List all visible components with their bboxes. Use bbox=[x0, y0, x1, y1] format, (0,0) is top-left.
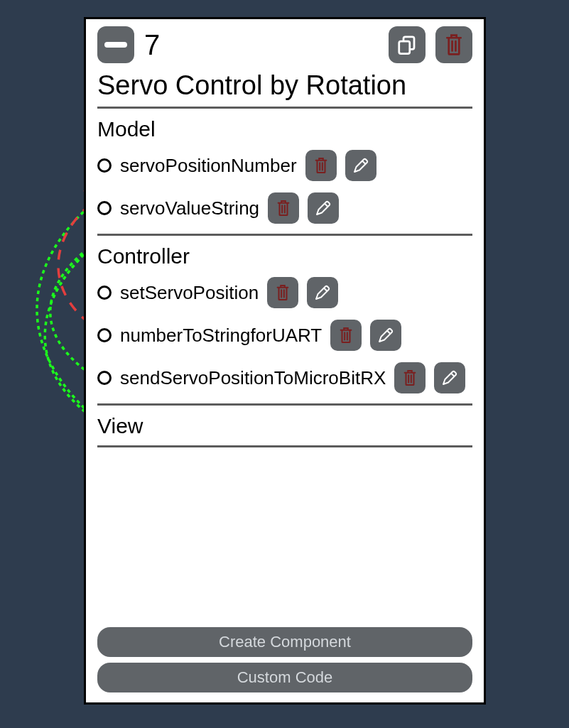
trash-icon bbox=[338, 326, 354, 344]
trash-icon bbox=[443, 33, 465, 57]
collapse-button[interactable] bbox=[97, 26, 134, 63]
pencil-icon bbox=[377, 327, 394, 344]
create-component-button[interactable]: Create Component bbox=[97, 627, 472, 657]
row-label: servoPositionNumber bbox=[120, 155, 297, 177]
delete-panel-button[interactable] bbox=[435, 26, 472, 63]
section-label-view: View bbox=[86, 410, 484, 441]
pencil-icon bbox=[441, 369, 458, 386]
edit-button[interactable] bbox=[434, 362, 465, 393]
delete-button[interactable] bbox=[268, 192, 299, 224]
separator bbox=[97, 403, 472, 406]
controller-row: setServoPosition bbox=[86, 271, 484, 314]
row-label: sendServoPositionToMicroBitRX bbox=[120, 367, 386, 389]
pencil-icon bbox=[352, 157, 369, 174]
program-panel: 7 Servo Control by Rotation Model servoP… bbox=[84, 17, 486, 705]
trash-icon bbox=[313, 156, 329, 175]
panel-footer: Create Component Custom Code bbox=[97, 627, 472, 692]
panel-number: 7 bbox=[144, 29, 160, 61]
trash-icon bbox=[402, 369, 418, 387]
edit-button[interactable] bbox=[345, 150, 376, 181]
section-label-controller: Controller bbox=[86, 240, 484, 271]
controller-row: numberToStringforUART bbox=[86, 314, 484, 357]
controller-row: sendServoPositionToMicroBitRX bbox=[86, 357, 484, 399]
edit-button[interactable] bbox=[370, 320, 401, 351]
row-label: numberToStringforUART bbox=[120, 325, 322, 347]
model-row: servoValueString bbox=[86, 187, 484, 229]
model-row: servoPositionNumber bbox=[86, 144, 484, 187]
minus-icon bbox=[104, 42, 127, 48]
port-dot[interactable] bbox=[97, 201, 112, 215]
panel-header: 7 bbox=[86, 19, 484, 63]
pencil-icon bbox=[314, 284, 331, 301]
copy-icon bbox=[396, 34, 418, 55]
panel-title: Servo Control by Rotation bbox=[86, 63, 484, 102]
port-dot[interactable] bbox=[97, 286, 112, 300]
separator bbox=[97, 234, 472, 236]
section-label-model: Model bbox=[86, 113, 484, 144]
port-dot[interactable] bbox=[97, 371, 112, 385]
trash-icon bbox=[276, 199, 291, 217]
port-dot[interactable] bbox=[97, 328, 112, 342]
delete-button[interactable] bbox=[394, 362, 426, 393]
delete-button[interactable] bbox=[305, 150, 337, 181]
copy-button[interactable] bbox=[389, 26, 426, 63]
separator bbox=[97, 107, 472, 109]
trash-icon bbox=[275, 283, 291, 302]
edit-button[interactable] bbox=[308, 192, 339, 224]
custom-code-button[interactable]: Custom Code bbox=[97, 663, 472, 692]
port-dot[interactable] bbox=[97, 158, 112, 173]
delete-button[interactable] bbox=[330, 320, 362, 351]
row-label: setServoPosition bbox=[120, 282, 259, 304]
svg-rect-1 bbox=[399, 41, 410, 54]
delete-button[interactable] bbox=[267, 277, 298, 308]
row-label: servoValueString bbox=[120, 197, 259, 219]
pencil-icon bbox=[315, 200, 332, 217]
edit-button[interactable] bbox=[307, 277, 338, 308]
separator bbox=[97, 445, 472, 447]
